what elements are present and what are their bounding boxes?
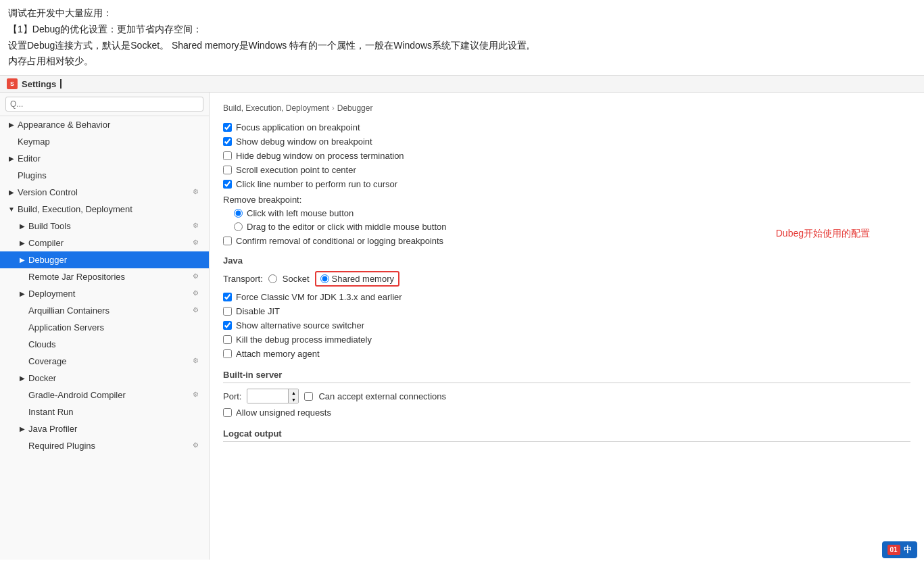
- java-label-disable-jit: Disable JIT: [236, 306, 280, 316]
- cursor-indicator: [60, 79, 62, 89]
- sidebar-item-keymap[interactable]: Keymap: [0, 133, 209, 150]
- main-checkboxes: Focus application on breakpoint Show deb…: [223, 122, 910, 189]
- expand-arrow: ▶: [7, 188, 16, 197]
- sidebar-item-docker[interactable]: ▶Docker: [0, 370, 209, 387]
- annotation-line3: 设置Debug连接方式，默认是Socket。 Shared memory是Win…: [8, 38, 916, 54]
- sidebar-item-label: Keymap: [18, 137, 50, 147]
- radio-socket[interactable]: [268, 274, 277, 283]
- sidebar-item-label: Version Control: [18, 187, 78, 197]
- sidebar-item-appearance[interactable]: ▶Appearance & Behavior: [0, 116, 209, 133]
- sidebar-item-label: Gradle-Android Compiler: [28, 390, 126, 400]
- sidebar-item-build-execution[interactable]: ▼Build, Execution, Deployment: [0, 201, 209, 218]
- sidebar-item-label: Required Plugins: [28, 441, 95, 451]
- expand-arrow: ▶: [18, 374, 27, 383]
- java-label-kill-debug-process: Kill the debug process immediately: [236, 335, 372, 345]
- title-bar: S Settings: [0, 76, 924, 93]
- java-checkbox-attach-memory-agent[interactable]: [223, 349, 232, 358]
- expand-arrow: ▶: [18, 255, 27, 265]
- sidebar-item-label: Deployment: [28, 289, 75, 299]
- sidebar-item-label: Editor: [18, 153, 41, 164]
- sidebar-item-compiler[interactable]: ▶Compiler⚙: [0, 235, 209, 251]
- sidebar-item-coverage[interactable]: Coverage⚙: [0, 353, 209, 370]
- external-icon: ⚙: [193, 289, 202, 299]
- option-row-show-debug-window: Show debug window on breakpoint: [223, 137, 910, 147]
- java-checkbox-force-classic-vm[interactable]: [223, 293, 232, 301]
- port-field[interactable]: 63342: [247, 390, 288, 403]
- annotation-block: 调试在开发中大量应用： 【1】Debug的优化设置：更加节省内存空间： 设置De…: [0, 0, 924, 76]
- java-checkbox-kill-debug-process[interactable]: [223, 335, 232, 344]
- external-icon: ⚙: [193, 272, 202, 282]
- sidebar-item-plugins[interactable]: Plugins: [0, 167, 209, 184]
- external-icon: ⚙: [193, 306, 202, 316]
- expand-arrow: ▶: [7, 120, 16, 130]
- main-layout: ▶Appearance & BehaviorKeymap▶EditorPlugi…: [0, 93, 924, 560]
- java-section: Java Transport: Socket Shared memory For…: [223, 255, 910, 359]
- sidebar-item-label: Instant Run: [28, 407, 74, 417]
- sidebar-item-label: Compiler: [28, 238, 64, 248]
- port-spinners: ▲ ▼: [288, 389, 298, 403]
- checkbox-show-debug-window[interactable]: [223, 137, 232, 146]
- sidebar-item-build-tools[interactable]: ▶Build Tools⚙: [0, 218, 209, 235]
- external-icon: ⚙: [193, 239, 202, 248]
- transport-label: Transport:: [223, 274, 263, 284]
- sidebar-item-label: Build Tools: [28, 221, 71, 231]
- sidebar-item-label: Application Servers: [28, 322, 104, 333]
- sidebar-item-deployment[interactable]: ▶Deployment⚙: [0, 285, 209, 302]
- checkbox-scroll-execution[interactable]: [223, 166, 232, 174]
- search-input[interactable]: [5, 97, 203, 112]
- sidebar-item-label: Java Profiler: [28, 424, 77, 434]
- sidebar-item-label: Arquillian Containers: [28, 305, 110, 316]
- radio-drag[interactable]: [234, 222, 243, 231]
- port-up-button[interactable]: ▲: [289, 389, 298, 396]
- external-icon: ⚙: [193, 357, 202, 366]
- sidebar-item-label: Debugger: [28, 255, 67, 265]
- external-icon: ⚙: [193, 441, 202, 451]
- sidebar-item-arquillian[interactable]: Arquillian Containers⚙: [0, 302, 209, 319]
- window-title: Settings: [22, 79, 56, 89]
- built-in-server-section: Built-in server Port: 63342 ▲ ▼ Can acce…: [223, 370, 910, 418]
- expand-arrow: ▶: [7, 154, 16, 164]
- annotation-line4: 内存占用相对较少。: [8, 53, 916, 70]
- accept-external-checkbox[interactable]: [304, 392, 313, 401]
- java-checkbox-disable-jit[interactable]: [223, 307, 232, 316]
- checkbox-hide-debug-window[interactable]: [223, 151, 232, 160]
- checkbox-focus-breakpoint[interactable]: [223, 123, 232, 132]
- label-hide-debug-window: Hide debug window on process termination: [236, 151, 404, 161]
- confirm-removal-checkbox[interactable]: [223, 237, 232, 245]
- sidebar-item-label: Clouds: [28, 339, 55, 349]
- sidebar-item-gradle-android[interactable]: Gradle-Android Compiler⚙: [0, 387, 209, 403]
- sidebar-item-clouds[interactable]: Clouds: [0, 336, 209, 353]
- sidebar-item-debugger[interactable]: ▶Debugger: [0, 251, 209, 268]
- sidebar-item-editor[interactable]: ▶Editor: [0, 150, 209, 167]
- logcat-title: Logcat output: [223, 428, 910, 442]
- sidebar-item-java-profiler[interactable]: ▶Java Profiler: [0, 420, 209, 437]
- java-label-show-alt-source: Show alternative source switcher: [236, 320, 364, 330]
- remove-breakpoint-label: Remove breakpoint:: [223, 195, 910, 205]
- sidebar-item-instant-run[interactable]: Instant Run: [0, 403, 209, 420]
- radio-left-click[interactable]: [234, 209, 243, 218]
- socket-label: Socket: [283, 274, 310, 284]
- radio-shared-memory[interactable]: [320, 274, 329, 283]
- radio-left-click-label: Click with left mouse button: [247, 208, 354, 218]
- sidebar-items-container: ▶Appearance & BehaviorKeymap▶EditorPlugi…: [0, 116, 209, 454]
- sidebar: ▶Appearance & BehaviorKeymap▶EditorPlugi…: [0, 93, 210, 560]
- java-section-title: Java: [223, 255, 910, 266]
- breadcrumb-part1: Build, Execution, Deployment: [223, 103, 329, 113]
- checkbox-click-line-number[interactable]: [223, 180, 232, 189]
- external-icon: ⚙: [193, 188, 202, 197]
- logcat-section: Logcat output: [223, 428, 910, 442]
- java-option-row-disable-jit: Disable JIT: [223, 306, 910, 316]
- sidebar-item-remote-jar[interactable]: Remote Jar Repositories⚙: [0, 268, 209, 285]
- sidebar-item-label: Remote Jar Repositories: [28, 272, 125, 282]
- accept-external-label: Can accept external connections: [318, 391, 446, 401]
- java-checkbox-show-alt-source[interactable]: [223, 321, 232, 330]
- allow-unsigned-label: Allow unsigned requests: [236, 408, 331, 418]
- sidebar-item-label: Docker: [28, 373, 56, 383]
- sidebar-item-required-plugins[interactable]: Required Plugins⚙: [0, 437, 209, 454]
- sidebar-item-version-control[interactable]: ▶Version Control⚙: [0, 184, 209, 201]
- watermark-text: 中: [904, 545, 912, 554]
- sidebar-item-app-servers[interactable]: Application Servers: [0, 319, 209, 336]
- radio-drag-label: Drag to the editor or click with middle …: [247, 222, 447, 232]
- allow-unsigned-checkbox[interactable]: [223, 408, 232, 417]
- port-down-button[interactable]: ▼: [289, 396, 298, 403]
